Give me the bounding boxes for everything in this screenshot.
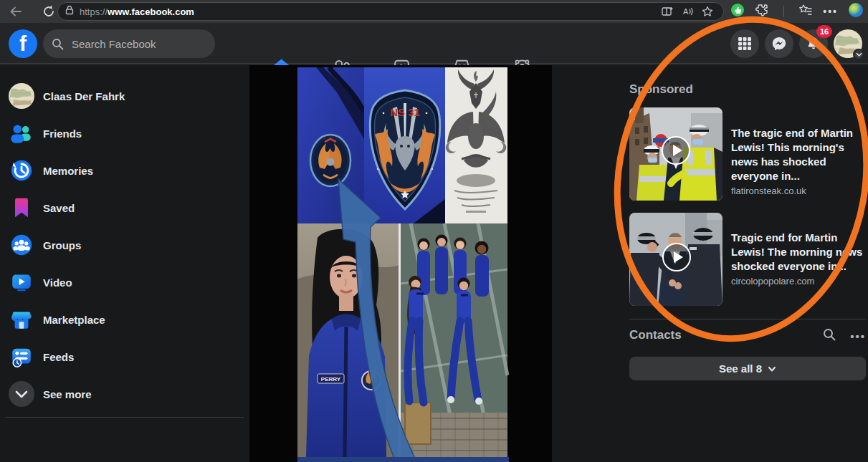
see-all-button[interactable]: See all 8 bbox=[629, 357, 866, 380]
sidebar-item-video[interactable]: Video bbox=[6, 266, 244, 298]
groups-icon bbox=[9, 232, 34, 258]
saved-icon bbox=[9, 195, 34, 221]
sponsored-heading: Sponsored bbox=[629, 82, 693, 97]
contacts-search-icon[interactable] bbox=[823, 328, 836, 344]
sidebar-item-groups[interactable]: Groups bbox=[6, 229, 244, 261]
url-scheme: https:// bbox=[80, 6, 108, 17]
extensions-icon[interactable] bbox=[755, 3, 769, 20]
ad-domain: flatironsteak.co.uk bbox=[731, 186, 868, 196]
user-avatar bbox=[9, 83, 34, 109]
messenger-icon bbox=[771, 36, 787, 52]
collage-bottom-strip bbox=[297, 457, 509, 462]
sponsored-ad-2[interactable]: Tragic end for Martin Lewis! The morning… bbox=[629, 213, 868, 306]
play-button[interactable] bbox=[662, 243, 691, 271]
contacts-heading: Contacts bbox=[629, 328, 682, 342]
sidebar-item-label: Friends bbox=[43, 127, 82, 140]
apps-grid-icon bbox=[738, 37, 752, 51]
left-sidebar: Claas Der Fahrk Friends Memories Saved G bbox=[0, 64, 249, 462]
ad-thumbnail[interactable] bbox=[629, 213, 722, 306]
sidebar-item-label: Groups bbox=[43, 239, 81, 251]
messenger-button[interactable] bbox=[765, 29, 793, 58]
rail-divider bbox=[629, 319, 866, 319]
collage-crew-photo bbox=[401, 223, 507, 457]
back-icon[interactable] bbox=[6, 1, 26, 21]
toolbar-divider bbox=[783, 6, 784, 17]
play-button[interactable] bbox=[662, 136, 690, 165]
sidebar-item-feeds[interactable]: Feeds bbox=[6, 341, 244, 372]
post-collage-image[interactable]: NS 31 bbox=[297, 67, 509, 462]
friends-icon bbox=[9, 120, 34, 146]
sidebar-item-label: Feeds bbox=[43, 351, 74, 363]
sidebar-item-memories[interactable]: Memories bbox=[6, 155, 244, 186]
sidebar-item-profile[interactable]: Claas Der Fahrk bbox=[6, 80, 244, 112]
facebook-logo[interactable]: f bbox=[9, 29, 37, 58]
bell-icon bbox=[806, 36, 821, 52]
screen: https://www.facebook.com A bbox=[0, 0, 868, 462]
marketplace-icon bbox=[9, 307, 34, 332]
browser-profile-avatar[interactable] bbox=[848, 2, 864, 21]
sidebar-item-label: Video bbox=[43, 276, 72, 289]
ad-domain: circolopopolare.com bbox=[731, 276, 868, 287]
suit-name-tag: PERRY bbox=[321, 376, 341, 382]
url-host: www.facebook.com bbox=[108, 6, 194, 17]
ad-title[interactable]: The tragic end of Martin Lewis! This mor… bbox=[731, 126, 868, 183]
sidebar-item-marketplace[interactable]: Marketplace bbox=[6, 304, 244, 335]
profile-avatar-button[interactable] bbox=[834, 29, 862, 58]
address-bar[interactable]: https://www.facebook.com A bbox=[57, 2, 724, 21]
contacts-more-icon[interactable]: ••• bbox=[850, 330, 866, 342]
patch-mission-text: NS 31 bbox=[390, 106, 420, 118]
chevron-down-icon bbox=[768, 365, 776, 373]
post-media-container: NS 31 bbox=[249, 65, 552, 462]
ad-title[interactable]: Tragic end for Martin Lewis! The morning… bbox=[731, 231, 868, 274]
see-more-icon bbox=[9, 381, 34, 407]
browser-more-icon[interactable]: ••• bbox=[823, 6, 838, 17]
browser-toolbar: https://www.facebook.com A bbox=[0, 0, 868, 23]
lock-icon bbox=[64, 4, 75, 19]
sponsored-ad-1[interactable]: The tragic end of Martin Lewis! This mor… bbox=[629, 107, 868, 201]
url-text[interactable]: https://www.facebook.com bbox=[80, 6, 657, 17]
sidebar-item-label: Marketplace bbox=[43, 314, 105, 326]
profile-name: Claas Der Fahrk bbox=[43, 90, 125, 102]
read-aloud-icon[interactable]: A bbox=[677, 1, 697, 21]
sidebar-item-friends[interactable]: Friends bbox=[6, 117, 244, 149]
ad-blocker-icon[interactable] bbox=[730, 3, 745, 20]
refresh-icon[interactable] bbox=[39, 1, 59, 21]
memories-icon bbox=[9, 158, 34, 183]
contacts-header: Contacts ••• bbox=[629, 328, 866, 345]
favorite-star-icon[interactable] bbox=[697, 1, 717, 21]
notifications-button[interactable]: 16 bbox=[799, 29, 828, 58]
collage-patch-closeup: NS 31 bbox=[364, 67, 445, 223]
video-icon bbox=[9, 269, 34, 295]
sidebar-divider bbox=[6, 417, 244, 418]
see-all-label: See all 8 bbox=[719, 362, 762, 375]
header-right-cluster: 16 bbox=[730, 29, 862, 58]
apps-menu-button[interactable] bbox=[730, 29, 759, 58]
feeds-icon bbox=[9, 344, 34, 370]
svg-text:A: A bbox=[683, 7, 689, 16]
sidebar-item-see-more[interactable]: See more bbox=[6, 378, 244, 410]
collage-baphomet-drawing bbox=[445, 67, 507, 223]
account-chevron-icon bbox=[853, 49, 864, 60]
split-screen-icon[interactable] bbox=[657, 1, 677, 21]
notification-badge: 16 bbox=[816, 25, 832, 38]
search-input[interactable] bbox=[43, 29, 215, 58]
facebook-header: f bbox=[0, 23, 868, 64]
right-sidebar: Sponsored bbox=[629, 64, 868, 462]
search-icon bbox=[52, 38, 64, 53]
ad-thumbnail[interactable] bbox=[629, 107, 722, 201]
sidebar-item-saved[interactable]: Saved bbox=[6, 192, 244, 223]
collections-icon[interactable] bbox=[798, 3, 813, 20]
sidebar-item-label: Saved bbox=[43, 202, 75, 214]
sidebar-item-label: Memories bbox=[43, 165, 93, 177]
sidebar-item-label: See more bbox=[43, 388, 92, 400]
